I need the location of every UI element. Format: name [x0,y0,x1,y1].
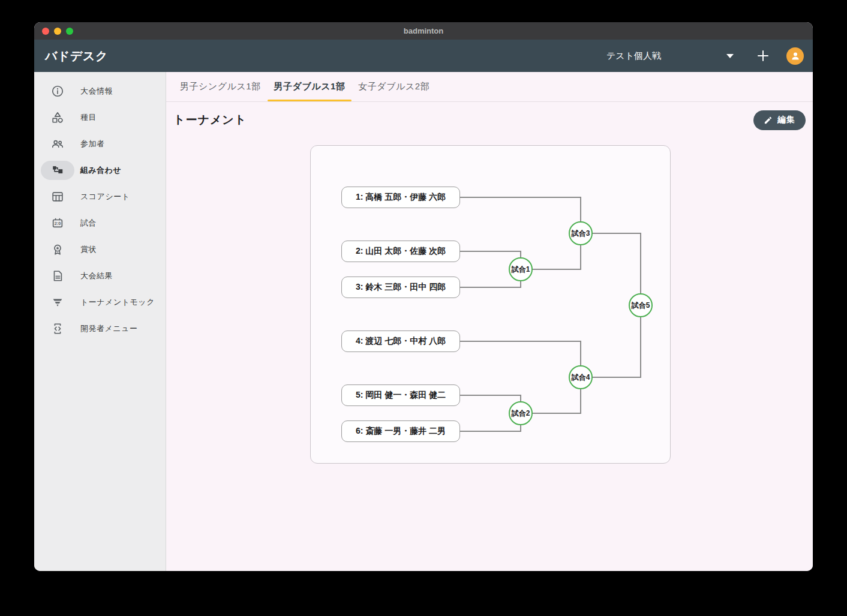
plus-icon [756,49,770,63]
team-box-1[interactable]: 1: 高橋 五郎・伊藤 六郎 [341,187,460,208]
tournament-selector[interactable]: テスト個人戦 [600,46,740,66]
sidebar-item-label: 賞状 [80,244,97,255]
svg-text:2:0: 2:0 [55,221,61,226]
user-avatar[interactable] [786,47,804,65]
sidebar-item-label: スコアシート [80,191,130,202]
sidebar-item-participants[interactable]: 参加者 [34,131,166,157]
tournament-selector-value: テスト個人戦 [600,50,726,62]
add-tournament-button[interactable] [753,46,773,66]
main-content: 男子シングルス1部 男子ダブルス1部 女子ダブルス2部 トーナメント 編集 [166,72,813,571]
sidebar-item-scoresheet[interactable]: スコアシート [34,184,166,210]
macos-titlebar: badminton [34,22,813,40]
tab-mens-singles-1[interactable]: 男子シングルス1部 [173,72,268,101]
sidebar-item-events[interactable]: 種目 [34,104,166,131]
window-title: badminton [34,26,813,35]
sidebar-item-label: 開発者メニュー [80,323,137,334]
info-icon [41,82,74,101]
code-icon [41,319,74,338]
match-node-4[interactable]: 試合4 [569,365,593,389]
scoreboard-icon: 2:0 [41,214,74,233]
sidebar-item-label: 参加者 [80,139,105,149]
sidebar-item-matchups[interactable]: 組み合わせ [34,157,166,184]
edit-button[interactable]: 編集 [753,110,806,130]
sidebar-item-tournament-info[interactable]: 大会情報 [34,78,166,104]
app-window: badminton バドデスク テスト個人戦 [34,22,813,571]
match-node-2[interactable]: 試合2 [509,401,533,425]
window-body: 大会情報 種目 参加者 [34,72,813,571]
content-header: トーナメント 編集 [166,109,813,131]
chevron-down-icon [726,54,734,58]
app-title: バドデスク [45,48,108,64]
app-header: バドデスク テスト個人戦 [34,40,813,72]
scoresheet-icon [41,187,74,206]
pencil-icon [764,116,773,125]
bracket-tree-icon [41,161,74,180]
tab-label: 男子シングルス1部 [180,81,261,92]
person-icon [790,50,801,61]
team-box-2[interactable]: 2: 山田 太郎・佐藤 次郎 [341,241,460,262]
team-box-5[interactable]: 5: 岡田 健一・森田 健二 [341,384,460,406]
sidebar-item-tournament-mock[interactable]: トーナメントモック [34,289,166,315]
tab-womens-doubles-2[interactable]: 女子ダブルス2部 [352,72,436,101]
tab-label: 女子ダブルス2部 [358,81,429,92]
sidebar-item-label: 種目 [80,112,97,123]
sidebar-item-label: 組み合わせ [80,165,121,176]
match-node-1[interactable]: 試合1 [509,257,533,281]
tab-label: 男子ダブルス1部 [274,81,346,92]
team-box-4[interactable]: 4: 渡辺 七郎・中村 八郎 [341,330,460,352]
sidebar-item-label: 試合 [80,218,97,229]
team-box-6[interactable]: 6: 斎藤 一男・藤井 二男 [341,420,460,442]
sidebar-item-developer-menu[interactable]: 開発者メニュー [34,315,166,342]
team-box-3[interactable]: 3: 鈴木 三郎・田中 四郎 [341,277,460,298]
funnel-icon [41,293,74,312]
event-tabs: 男子シングルス1部 男子ダブルス1部 女子ダブルス2部 [166,72,813,102]
sidebar-item-label: 大会情報 [80,86,113,97]
match-node-3[interactable]: 試合3 [569,221,593,245]
sidebar-item-certificates[interactable]: 賞状 [34,236,166,263]
sidebar-item-matches[interactable]: 2:0 試合 [34,210,166,236]
category-icon [41,108,74,127]
tournament-bracket-card: 1: 高橋 五郎・伊藤 六郎 2: 山田 太郎・佐藤 次郎 3: 鈴木 三郎・田… [310,145,671,464]
page-title: トーナメント [173,112,247,128]
sidebar-item-label: 大会結果 [80,271,113,281]
sidebar: 大会情報 種目 参加者 [34,72,166,571]
sidebar-item-label: トーナメントモック [80,297,155,308]
participants-icon [41,134,74,154]
document-icon [41,266,74,286]
tab-mens-doubles-1[interactable]: 男子ダブルス1部 [268,72,352,101]
edit-button-label: 編集 [777,115,795,125]
match-node-5[interactable]: 試合5 [629,293,653,317]
sidebar-item-results[interactable]: 大会結果 [34,263,166,289]
award-icon [41,240,74,259]
